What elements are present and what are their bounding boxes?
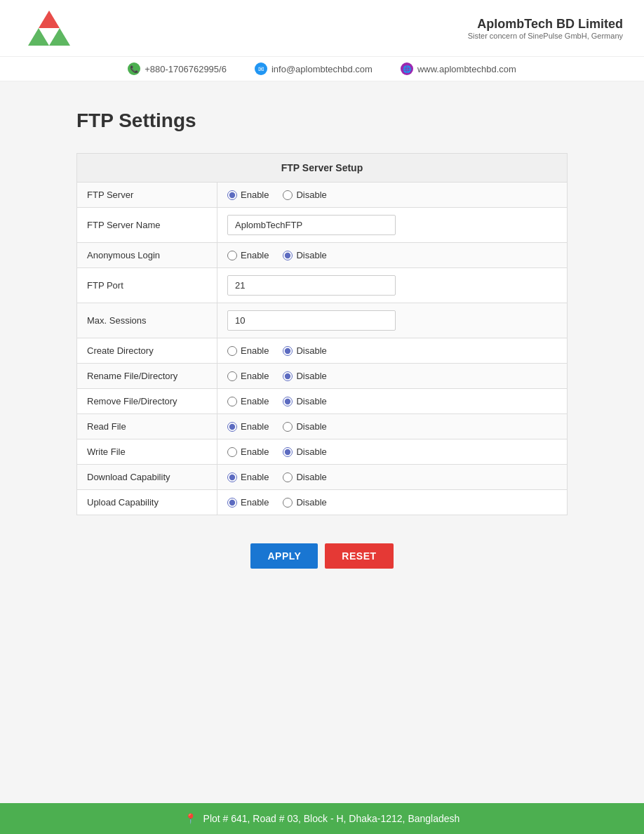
web-icon: 🌐 <box>401 62 413 75</box>
table-row: Upload Capability Enable Disable <box>77 490 568 515</box>
disable-option-5[interactable]: Disable <box>283 345 326 356</box>
enable-option-6[interactable]: Enable <box>227 371 269 381</box>
disable-option-8[interactable]: Disable <box>283 421 326 432</box>
company-sub: Sister concern of SinePulse GmbH, German… <box>468 32 623 40</box>
row-value-9[interactable]: Enable Disable <box>217 439 568 465</box>
company-info: AplombTech BD Limited Sister concern of … <box>468 17 623 40</box>
enable-option-2[interactable]: Enable <box>227 250 269 260</box>
disable-option-7[interactable]: Disable <box>283 396 326 406</box>
disable-option-0[interactable]: Disable <box>283 190 326 200</box>
email-icon: ✉ <box>255 62 267 75</box>
enable-option-10[interactable]: Enable <box>227 472 269 482</box>
row-value-2[interactable]: Enable Disable <box>217 243 568 268</box>
settings-container: FTP Server Setup FTP Server Enable Disab… <box>76 153 568 515</box>
row-label-7: Remove File/Directory <box>77 389 217 414</box>
row-value-0[interactable]: Enable Disable <box>217 183 568 208</box>
phone-contact: 📞 +880-1706762995/6 <box>128 62 227 75</box>
row-label-2: Anonymous Login <box>77 243 217 268</box>
disable-option-11[interactable]: Disable <box>283 497 326 508</box>
row-label-6: Rename File/Directory <box>77 364 217 389</box>
table-row: Create Directory Enable Disable <box>77 338 568 364</box>
disable-option-2[interactable]: Disable <box>283 250 326 260</box>
footer: 📍 Plot # 641, Road # 03, Block - H, Dhak… <box>0 803 644 834</box>
row-label-3: FTP Port <box>77 268 217 303</box>
row-value-4[interactable] <box>217 303 568 338</box>
table-row: Max. Sessions <box>77 303 568 338</box>
row-value-5[interactable]: Enable Disable <box>217 338 568 364</box>
table-row: Remove File/Directory Enable Disable <box>77 389 568 414</box>
row-value-10[interactable]: Enable Disable <box>217 465 568 490</box>
text-input-1[interactable] <box>227 215 396 235</box>
website-url: www.aplombtechbd.com <box>417 64 516 74</box>
enable-option-9[interactable]: Enable <box>227 446 269 457</box>
main-content: FTP Settings FTP Server Setup FTP Server… <box>55 81 589 803</box>
page-title: FTP Settings <box>76 110 568 132</box>
disable-option-9[interactable]: Disable <box>283 446 326 457</box>
company-logo: aplombtech <box>21 7 77 49</box>
table-row: FTP Port <box>77 268 568 303</box>
table-row: Write File Enable Disable <box>77 439 568 465</box>
table-row: Rename File/Directory Enable Disable <box>77 364 568 389</box>
row-label-11: Upload Capability <box>77 490 217 515</box>
row-label-1: FTP Server Name <box>77 208 217 243</box>
table-row: Anonymous Login Enable Disable <box>77 243 568 268</box>
svg-marker-0 <box>39 11 60 28</box>
row-value-6[interactable]: Enable Disable <box>217 364 568 389</box>
text-input-4[interactable] <box>227 310 396 331</box>
contact-bar: 📞 +880-1706762995/6 ✉ info@aplombtechbd.… <box>0 57 644 81</box>
table-row: Read File Enable Disable <box>77 414 568 439</box>
enable-option-0[interactable]: Enable <box>227 190 269 200</box>
disable-option-6[interactable]: Disable <box>283 371 326 381</box>
ftp-settings-table: FTP Server Setup FTP Server Enable Disab… <box>76 153 568 515</box>
apply-button[interactable]: APPLY <box>250 543 318 569</box>
email-contact: ✉ info@aplombtechbd.com <box>255 62 373 75</box>
row-label-4: Max. Sessions <box>77 303 217 338</box>
website-contact: 🌐 www.aplombtechbd.com <box>401 62 516 75</box>
table-header: FTP Server Setup <box>77 154 568 183</box>
company-name: AplombTech BD Limited <box>468 17 623 32</box>
button-row: APPLY RESET <box>76 543 568 569</box>
row-label-0: FTP Server <box>77 183 217 208</box>
row-label-10: Download Capability <box>77 465 217 490</box>
svg-text:aplombtech: aplombtech <box>21 48 65 49</box>
phone-icon: 📞 <box>128 62 140 75</box>
disable-option-10[interactable]: Disable <box>283 472 326 482</box>
table-row: FTP Server Name <box>77 208 568 243</box>
enable-option-5[interactable]: Enable <box>227 345 269 356</box>
row-value-1[interactable] <box>217 208 568 243</box>
table-row: FTP Server Enable Disable <box>77 183 568 208</box>
location-icon: 📍 <box>185 813 196 824</box>
row-value-3[interactable] <box>217 268 568 303</box>
row-value-8[interactable]: Enable Disable <box>217 414 568 439</box>
row-label-9: Write File <box>77 439 217 465</box>
table-row: Download Capability Enable Disable <box>77 465 568 490</box>
row-value-11[interactable]: Enable Disable <box>217 490 568 515</box>
row-label-5: Create Directory <box>77 338 217 364</box>
header: aplombtech AplombTech BD Limited Sister … <box>0 0 644 57</box>
phone-number: +880-1706762995/6 <box>145 64 227 74</box>
enable-option-8[interactable]: Enable <box>227 421 269 432</box>
text-input-3[interactable] <box>227 275 396 296</box>
row-label-8: Read File <box>77 414 217 439</box>
enable-option-11[interactable]: Enable <box>227 497 269 508</box>
row-value-7[interactable]: Enable Disable <box>217 389 568 414</box>
logo-area: aplombtech <box>21 7 77 49</box>
footer-text: Plot # 641, Road # 03, Block - H, Dhaka-… <box>203 813 460 824</box>
email-address: info@aplombtechbd.com <box>271 64 373 74</box>
reset-button[interactable]: RESET <box>325 543 393 569</box>
enable-option-7[interactable]: Enable <box>227 396 269 406</box>
svg-marker-3 <box>43 28 55 38</box>
